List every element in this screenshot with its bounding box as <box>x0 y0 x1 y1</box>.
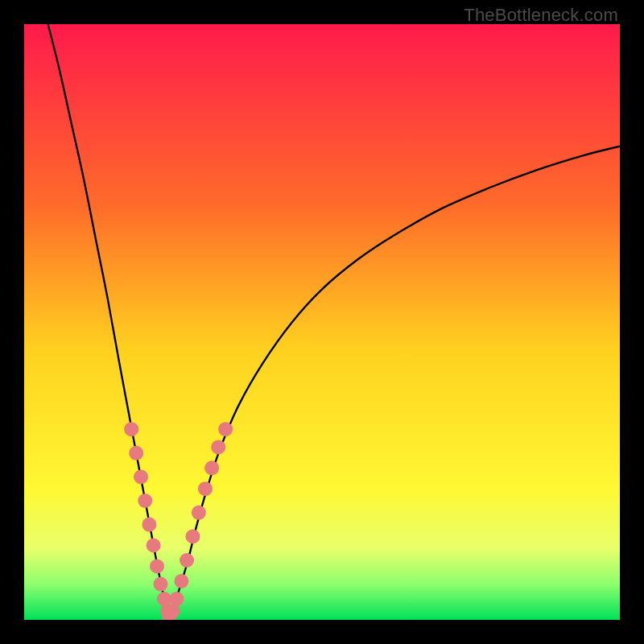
data-point <box>211 440 225 454</box>
data-point <box>142 518 156 532</box>
data-point <box>169 592 184 606</box>
data-point <box>180 553 194 568</box>
watermark-text: TheBottleneck.com <box>464 5 618 26</box>
data-point <box>192 506 206 520</box>
data-point <box>185 529 200 543</box>
data-point <box>204 460 219 475</box>
curve-layer <box>24 24 620 620</box>
data-point <box>124 422 138 436</box>
data-point <box>138 493 152 508</box>
data-point <box>153 577 167 592</box>
data-point <box>218 422 233 436</box>
data-point <box>174 574 188 588</box>
data-point <box>150 559 164 573</box>
data-point <box>129 446 143 460</box>
data-point <box>198 481 213 496</box>
data-point <box>147 539 161 553</box>
chart-frame: TheBottleneck.com <box>0 0 644 644</box>
right-branch-curve <box>169 147 620 617</box>
data-point <box>134 469 148 484</box>
plot-area <box>24 24 620 620</box>
